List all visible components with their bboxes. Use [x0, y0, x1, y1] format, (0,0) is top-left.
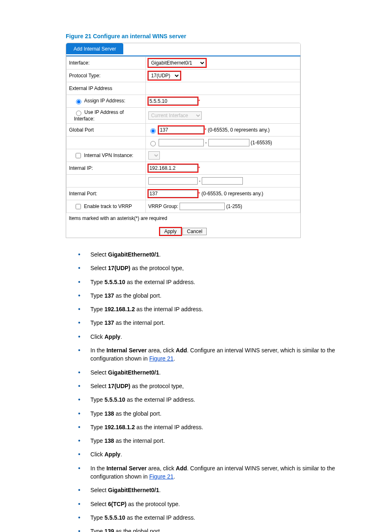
step-item: Type 138 as the global port.	[78, 409, 366, 418]
vrrp-label: Enable track to VRRP	[84, 203, 132, 209]
steps-list: Select GigabitEthernet0/1.Select 17(UDP)…	[78, 250, 366, 532]
vrrp-group-input[interactable]	[180, 203, 225, 210]
interface-select[interactable]: GigabitEthernet0/1	[148, 59, 206, 67]
step-item: Type 138 as the internal port.	[78, 437, 366, 445]
step-item: Type 139 as the global port.	[78, 527, 366, 532]
vpn-label: Internal VPN Instance:	[84, 152, 133, 158]
assign-ip-label: Assign IP Address:	[84, 98, 126, 104]
required-star: *	[198, 166, 200, 171]
internal-port-input[interactable]	[148, 190, 198, 197]
step-item: Select 17(UDP) as the protocol type,	[78, 382, 366, 390]
use-interface-select: Current Interface	[148, 111, 202, 120]
protocol-label: Protocol Type:	[67, 69, 146, 82]
assign-ip-radio[interactable]	[76, 99, 81, 104]
step-item: In the Internal Server area, click Add. …	[78, 346, 366, 363]
step-item: Select GigabitEthernet0/1.	[78, 486, 366, 494]
protocol-select[interactable]: 17(UDP)	[148, 72, 180, 80]
global-port-single-radio[interactable]	[150, 128, 156, 134]
internal-ip-label: Internal IP:	[67, 162, 146, 175]
vrrp-hint: (1-255)	[226, 204, 242, 209]
global-port-range-hint: (1-65535)	[251, 140, 272, 146]
required-star: *	[205, 127, 206, 132]
tab-add-internal-server[interactable]: Add Internal Server	[66, 43, 123, 54]
step-item: Type 192.168.1.2 as the internal IP addr…	[78, 305, 366, 313]
vrrp-checkbox[interactable]	[76, 204, 81, 209]
add-internal-server-form: Add Internal Server Interface: GigabitEt…	[66, 43, 301, 238]
global-port-label: Global Port	[67, 124, 146, 136]
cancel-button[interactable]: Cancel	[182, 228, 207, 235]
global-port-range-from[interactable]	[159, 139, 204, 146]
internal-ip-input-2[interactable]	[148, 177, 198, 185]
internal-ip-input-3[interactable]	[202, 177, 243, 185]
required-star: *	[198, 99, 200, 104]
step-item: Type 5.5.5.10 as the external IP address…	[78, 278, 366, 286]
step-item: Select 17(UDP) as the protocol type,	[78, 264, 366, 272]
internal-port-label: Internal Port:	[67, 187, 146, 200]
global-port-input[interactable]	[159, 126, 204, 134]
figure-link[interactable]: Figure 21	[149, 473, 173, 480]
step-item: Type 137 as the global port.	[78, 291, 366, 300]
step-item: Select GigabitEthernet0/1.	[78, 368, 366, 377]
step-item: Click Apply.	[78, 333, 366, 341]
interface-label: Interface:	[67, 57, 146, 69]
global-port-hint: (0-65535, 0 represents any.)	[208, 127, 270, 133]
figure-link[interactable]: Figure 21	[149, 355, 173, 362]
step-item: Type 137 as the internal port.	[78, 319, 366, 327]
external-ip-label: External IP Address	[67, 82, 146, 95]
use-interface-label: Use IP Address of Interface:	[74, 109, 124, 122]
vrrp-group-label: VRRP Group:	[148, 204, 178, 209]
step-item: Type 5.5.5.10 as the external IP address…	[78, 396, 366, 404]
internal-ip-input[interactable]	[148, 164, 198, 172]
required-star: *	[198, 191, 200, 196]
required-note: Items marked with an asterisk(*) are req…	[67, 213, 300, 226]
step-item: Type 5.5.5.10 as the external IP address…	[78, 513, 366, 522]
use-interface-radio[interactable]	[76, 111, 81, 116]
vpn-select	[148, 151, 160, 160]
apply-button[interactable]: Apply	[160, 228, 181, 235]
global-port-range-radio[interactable]	[150, 141, 156, 146]
assign-ip-input[interactable]	[148, 97, 198, 105]
step-item: Type 192.168.1.2 as the internal IP addr…	[78, 423, 366, 431]
step-item: Select 6(TCP) as the protocol type.	[78, 500, 366, 508]
internal-port-hint: (0-65535, 0 represents any.)	[201, 191, 263, 197]
global-port-range-to[interactable]	[208, 139, 249, 146]
step-item: Select GigabitEthernet0/1.	[78, 250, 366, 259]
vpn-checkbox[interactable]	[76, 153, 81, 158]
tab-bar: Add Internal Server	[66, 43, 300, 56]
step-item: In the Internal Server area, click Add. …	[78, 464, 366, 481]
figure-caption: Figure 21 Configure an internal WINS ser…	[66, 33, 367, 39]
step-item: Click Apply.	[78, 450, 366, 458]
